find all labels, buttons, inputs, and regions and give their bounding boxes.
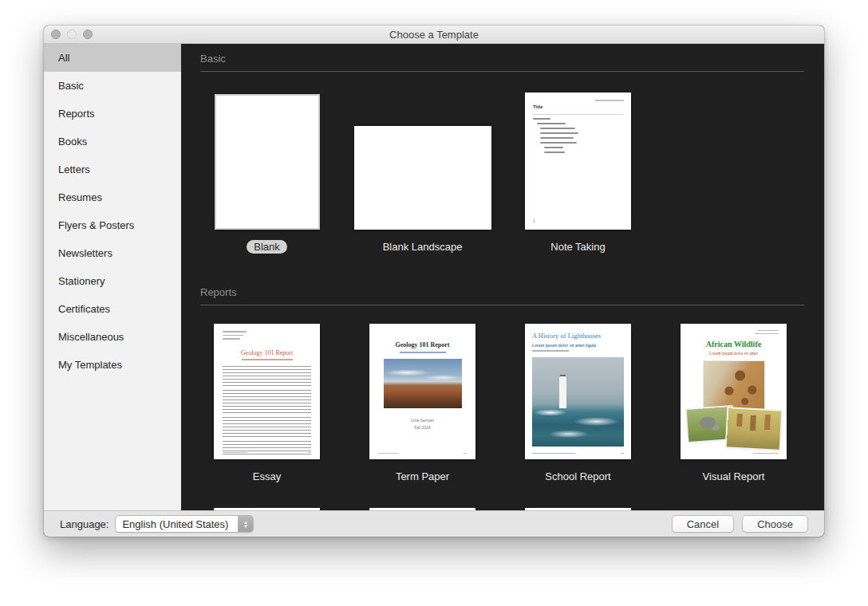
empty-cell (656, 91, 811, 230)
sidebar-item-label: Resumes (58, 191, 102, 203)
template-school-report[interactable]: A History of Lighthouses Lorem ipsum dol… (500, 324, 656, 459)
template-gallery: Basic Title (181, 44, 824, 510)
meerkat-photo (727, 408, 781, 449)
sidebar-item-basic[interactable]: Basic (44, 72, 181, 100)
template-note-taking[interactable]: Title 1 (500, 91, 656, 230)
template-blank[interactable] (189, 91, 345, 230)
language-select[interactable]: English (United States) ▴ ▾ (115, 515, 254, 533)
section-divider (200, 71, 804, 72)
template-essay[interactable]: Geology 101 Report (189, 324, 345, 459)
minimize-icon (67, 30, 77, 39)
section-title: Reports (200, 277, 804, 298)
sidebar-item-label: Basic (58, 80, 84, 92)
note-page-number: 1 (533, 218, 535, 223)
visual-report-header-lines (755, 330, 779, 336)
sidebar-item-letters[interactable]: Letters (44, 155, 181, 183)
term-paper-term: Fall 2016 (369, 425, 475, 430)
sidebar-item-my-templates[interactable]: My Templates (44, 351, 181, 379)
partial-thumbnail[interactable] (369, 508, 475, 510)
essay-thumbnail[interactable]: Geology 101 Report (214, 324, 320, 459)
partial-template-2[interactable] (345, 508, 500, 510)
sidebar-item-resumes[interactable]: Resumes (44, 183, 181, 211)
term-paper-footer-line (378, 453, 399, 454)
term-paper-title: Geology 101 Report (369, 341, 475, 348)
essay-footer-line (223, 452, 247, 453)
term-paper-thumbnail[interactable]: Geology 101 Report Uma Semper Fall 2016 (369, 324, 475, 459)
school-report-title: A History of Lighthouses (532, 332, 626, 340)
partial-template-3[interactable] (500, 508, 656, 510)
basic-label-row: Blank Blank Landscape Note Taking (189, 239, 824, 254)
visual-report-title: African Wildlife (681, 340, 787, 348)
sidebar-item-label: All (58, 52, 69, 64)
empty-cell (656, 508, 811, 510)
reports-label-row: Essay Term Paper School Report Visual Re… (189, 469, 824, 483)
visual-report-thumbnail[interactable]: African Wildlife Lorem ipsum dolor sit a… (681, 324, 787, 459)
partial-template-1[interactable] (189, 508, 345, 510)
giraffe-photo (704, 361, 764, 409)
sidebar-item-label: Miscellaneous (58, 331, 124, 343)
dialog-footer: Language: English (United States) ▴ ▾ Ca… (44, 510, 824, 537)
school-report-footer-line (532, 453, 575, 454)
sidebar-item-reports[interactable]: Reports (44, 100, 181, 128)
template-visual-report[interactable]: African Wildlife Lorem ipsum dolor sit a… (656, 324, 811, 459)
sidebar-item-label: My Templates (58, 359, 122, 371)
language-value: English (United States) (116, 518, 238, 530)
choose-template-dialog: Choose a Template All Basic Reports Book… (44, 26, 824, 537)
template-label-term-paper[interactable]: Term Paper (396, 470, 449, 482)
chevron-down-icon: ▾ (244, 524, 247, 528)
template-label-school-report[interactable]: School Report (545, 470, 610, 482)
template-label-blank-landscape[interactable]: Blank Landscape (383, 241, 463, 253)
note-date-line (595, 100, 624, 101)
template-term-paper[interactable]: Geology 101 Report Uma Semper Fall 2016 (345, 324, 500, 459)
cancel-button[interactable]: Cancel (672, 515, 734, 533)
sidebar-item-books[interactable]: Books (44, 128, 181, 155)
partial-thumbnail[interactable] (214, 508, 320, 510)
school-report-byline (532, 350, 569, 352)
sidebar-item-newsletters[interactable]: Newsletters (44, 239, 181, 267)
essay-title: Geology 101 Report (214, 349, 320, 356)
template-label-note-taking[interactable]: Note Taking (550, 241, 605, 253)
language-label: Language: (60, 518, 108, 530)
sidebar-item-label: Reports (58, 108, 95, 120)
lighthouse-tower (559, 376, 566, 408)
close-icon[interactable] (51, 30, 61, 39)
note-taking-thumbnail[interactable]: Title 1 (525, 92, 631, 230)
category-sidebar: All Basic Reports Books Letters Resumes … (44, 44, 181, 510)
essay-subtitle-line (242, 359, 293, 360)
sidebar-item-all[interactable]: All (44, 44, 181, 72)
note-outline-lines (533, 118, 623, 156)
sidebar-item-label: Stationery (58, 275, 105, 287)
sidebar-item-label: Certificates (58, 303, 110, 315)
essay-header-lines (223, 331, 247, 342)
section-header-basic: Basic (200, 44, 804, 72)
title-bar: Choose a Template (44, 26, 824, 44)
reports-template-row: Geology 101 Report Geo (189, 324, 824, 459)
choose-button[interactable]: Choose (742, 515, 808, 533)
template-label-blank[interactable]: Blank (247, 240, 287, 254)
school-report-page-number (621, 453, 624, 454)
sidebar-item-miscellaneous[interactable]: Miscellaneous (44, 323, 181, 351)
school-report-thumbnail[interactable]: A History of Lighthouses Lorem ipsum dol… (525, 324, 631, 459)
template-label-essay[interactable]: Essay (253, 470, 281, 482)
note-title: Title (533, 104, 542, 109)
sidebar-item-flyers-posters[interactable]: Flyers & Posters (44, 211, 181, 239)
template-blank-landscape[interactable] (345, 91, 500, 230)
lighthouse-photo (532, 357, 624, 447)
visual-report-subtitle: Lorem ipsum dolor sit amet (681, 351, 787, 356)
blank-landscape-thumbnail[interactable] (354, 126, 491, 230)
sidebar-item-stationery[interactable]: Stationery (44, 267, 181, 295)
partial-thumbnail[interactable] (525, 508, 631, 510)
term-paper-author: Uma Semper (369, 418, 475, 423)
sidebar-item-certificates[interactable]: Certificates (44, 295, 181, 323)
note-rule (533, 114, 623, 115)
sidebar-item-label: Flyers & Posters (58, 219, 134, 231)
term-paper-page-number (464, 453, 467, 454)
window-title: Choose a Template (389, 29, 479, 41)
essay-page-number (308, 452, 311, 453)
sidebar-item-label: Books (58, 136, 87, 148)
zoom-icon[interactable] (83, 30, 93, 39)
template-label-visual-report[interactable]: Visual Report (703, 470, 765, 482)
section-divider (200, 305, 804, 305)
stepper-arrows-icon: ▴ ▾ (238, 516, 253, 532)
blank-thumbnail[interactable] (215, 94, 320, 230)
